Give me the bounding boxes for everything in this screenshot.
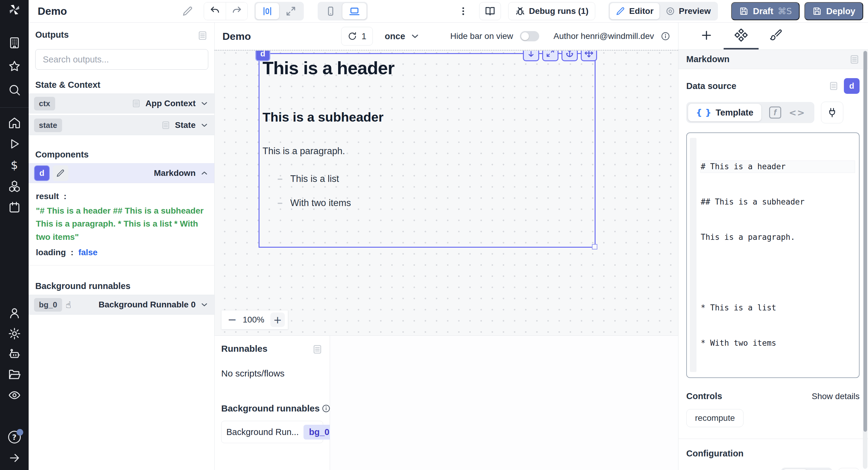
ctx-row[interactable]: ctx App Context — [29, 93, 214, 113]
scrollbar-thumb[interactable] — [864, 51, 867, 432]
resources-cubes-icon[interactable] — [8, 179, 21, 193]
ctx-label: App Context — [146, 99, 195, 108]
chevron-down-icon[interactable] — [200, 121, 209, 130]
preview-tab[interactable]: Preview — [659, 3, 717, 19]
chevron-down-icon[interactable] — [200, 99, 209, 108]
app-canvas-grid[interactable]: d — [215, 50, 678, 335]
chevron-down-icon[interactable] — [200, 300, 209, 309]
fullscreen-handle[interactable] — [542, 50, 558, 61]
editor-preview-toggle: Editor Preview — [609, 2, 718, 21]
rename-pencil-icon[interactable] — [182, 5, 193, 17]
component-settings-tab[interactable] — [724, 23, 758, 50]
result-label: result — [36, 192, 59, 201]
code-line[interactable]: ## This is a subheader — [701, 196, 855, 208]
deploy-button[interactable]: Deploy — [804, 2, 863, 20]
result-value[interactable]: "# This is a header ## This is a subhead… — [36, 204, 208, 243]
insert-component-tab[interactable] — [689, 23, 724, 50]
settings-scrollbar — [863, 50, 867, 469]
code-line[interactable]: * This is a list — [701, 302, 855, 314]
panel-doc-icon[interactable] — [312, 344, 323, 355]
anchor-handle[interactable] — [561, 50, 578, 61]
markdown-component[interactable]: d — [258, 53, 595, 248]
search-icon[interactable] — [8, 83, 21, 96]
zoom-bar: − 100% + — [221, 310, 288, 329]
zoom-level: 100% — [243, 315, 264, 325]
full-width-layout-button[interactable] — [279, 3, 303, 19]
docs-book-button[interactable] — [479, 2, 501, 20]
expand-down-handle[interactable] — [523, 50, 539, 61]
settings-gear-icon[interactable] — [8, 327, 21, 340]
redo-button[interactable] — [226, 2, 247, 20]
draft-label: Draft — [753, 6, 773, 16]
connect-plug-button[interactable] — [821, 102, 843, 123]
show-details-link[interactable]: Show details — [812, 391, 860, 401]
data-source-component-badge[interactable]: d — [844, 78, 860, 94]
panel-doc-icon[interactable] — [849, 54, 860, 65]
home-icon[interactable] — [8, 116, 21, 129]
draft-button[interactable]: Draft ⌘S — [731, 2, 800, 20]
component-canvas-badge[interactable]: d — [255, 50, 270, 61]
editor-tab[interactable]: Editor — [610, 3, 659, 19]
mobile-view-button[interactable] — [319, 3, 342, 19]
undo-button[interactable] — [204, 2, 226, 20]
billing-dollar-icon[interactable]: $ — [8, 158, 21, 172]
workspace-building-icon[interactable] — [8, 36, 21, 50]
debug-runs-button[interactable]: Debug runs (1) — [508, 2, 595, 20]
undo-redo-group — [204, 2, 248, 20]
resize-handle[interactable] — [592, 244, 597, 249]
styling-brush-tab[interactable] — [758, 23, 793, 50]
desktop-view-button[interactable] — [342, 3, 367, 19]
users-person-icon[interactable] — [8, 306, 21, 320]
panel-doc-icon[interactable] — [197, 30, 208, 41]
run-mode-dropdown[interactable]: once — [385, 31, 421, 41]
recompute-button[interactable]: recompute — [686, 409, 744, 427]
background-runnable-card[interactable]: Background Run... bg_0 — [221, 421, 323, 443]
settings-scroll-area: Data source d { } Temp — [678, 69, 868, 470]
more-options-kebab-icon[interactable] — [454, 6, 472, 16]
zoom-in-button[interactable]: + — [270, 313, 285, 327]
search-outputs-input[interactable] — [43, 55, 201, 64]
rail-nav-group: $ — [8, 116, 21, 214]
loading-value[interactable]: false — [79, 248, 98, 257]
function-mode-icon[interactable]: f — [769, 107, 781, 119]
template-mode-button[interactable]: { } Template — [688, 104, 761, 121]
configuration-heading: Configuration — [686, 448, 744, 458]
windmill-logo[interactable] — [8, 3, 21, 16]
code-line[interactable]: * With two items — [701, 337, 855, 349]
refresh-count-button[interactable]: 1 — [341, 27, 373, 46]
state-row[interactable]: state State — [29, 115, 214, 135]
hide-bar-toggle[interactable] — [520, 31, 539, 41]
code-line[interactable]: # This is a header — [701, 161, 855, 173]
centered-layout-button[interactable] — [255, 3, 279, 19]
code-mode-icon[interactable]: <> — [789, 108, 805, 118]
bg-runnable-row[interactable]: bg_0 ☝ Background Runnable 0 — [29, 295, 214, 315]
runs-play-icon[interactable] — [8, 137, 21, 150]
help-button[interactable]: ? — [8, 431, 21, 443]
markdown-source-editor[interactable]: # This is a header ## This is a subheade… — [686, 133, 860, 378]
folders-icon[interactable] — [8, 368, 21, 381]
size-plug-button[interactable] — [838, 468, 860, 470]
edit-id-pencil-icon[interactable] — [53, 165, 68, 181]
code-line[interactable] — [701, 267, 855, 278]
markdown-rendered-body: This is a header This is a subheader Thi… — [259, 54, 595, 208]
info-icon[interactable] — [321, 404, 331, 413]
refresh-count: 1 — [361, 31, 366, 41]
expand-sidebar-arrow-icon[interactable] — [8, 451, 21, 465]
app-title: Demo — [38, 5, 67, 17]
bg-runnable-label: Background Runnable 0 — [98, 300, 195, 310]
schedules-calendar-icon[interactable] — [8, 201, 21, 214]
data-source-doc-icon — [828, 81, 839, 91]
canvas-header: Demo 1 once Hide bar on vie — [215, 23, 678, 50]
zoom-out-button[interactable]: − — [227, 314, 237, 325]
move-handle[interactable] — [581, 50, 597, 61]
layout-toggle-group — [254, 2, 304, 21]
workers-robot-icon[interactable] — [8, 348, 21, 361]
template-label: Template — [715, 108, 753, 118]
markdown-component-row[interactable]: d Markdown — [29, 163, 214, 183]
audit-eye-icon[interactable] — [8, 388, 21, 402]
code-line[interactable]: This is a paragraph. — [701, 231, 855, 243]
info-icon[interactable] — [661, 31, 670, 41]
favorites-star-icon[interactable] — [8, 60, 21, 73]
chevron-up-icon[interactable] — [200, 169, 209, 178]
preview-label: Preview — [679, 6, 711, 16]
